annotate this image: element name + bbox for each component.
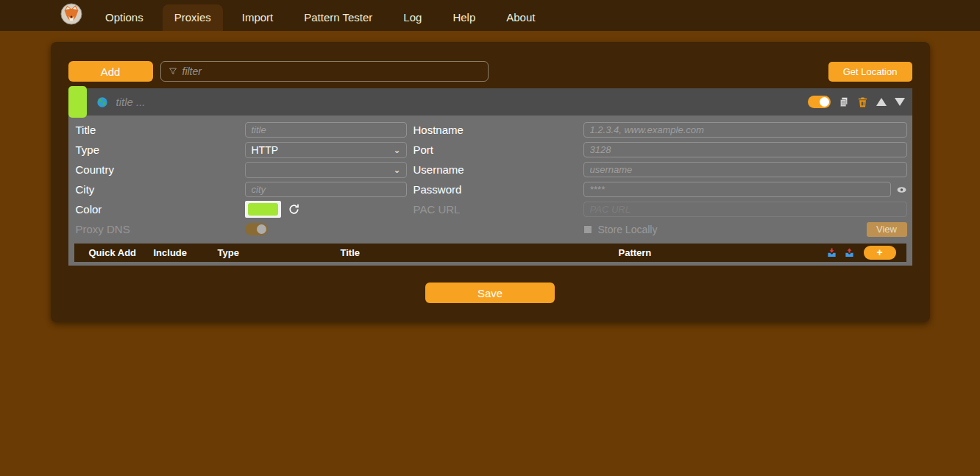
move-down-icon[interactable]: [895, 98, 905, 106]
proxy-dns-label: Proxy DNS: [68, 223, 245, 235]
city-label: City: [68, 183, 245, 196]
foxyproxy-logo-icon: [60, 3, 82, 25]
type-select[interactable]: HTTP: [245, 142, 407, 158]
globe-icon: [96, 96, 108, 108]
title-label: Title: [68, 124, 245, 136]
title-header: Title: [341, 247, 619, 258]
username-label: Username: [413, 163, 583, 176]
form-left-column: Title Type HTTP ⌄ Country: [68, 120, 413, 239]
store-locally-checkbox[interactable]: [583, 225, 592, 234]
quick-add-bar: Quick Add Include Type Title Pattern: [74, 244, 906, 262]
proxy-title-placeholder[interactable]: title ...: [116, 96, 146, 108]
port-label: Port: [413, 143, 583, 156]
tab-about[interactable]: About: [494, 4, 547, 31]
show-password-icon[interactable]: [897, 186, 906, 193]
proxy-color-strip: [68, 86, 87, 118]
password-input[interactable]: [583, 182, 891, 197]
country-select[interactable]: [245, 162, 407, 178]
move-up-icon[interactable]: [876, 98, 887, 106]
tab-proxies[interactable]: Proxies: [163, 4, 223, 31]
import-patterns-icon[interactable]: [827, 248, 837, 257]
filter-field[interactable]: [160, 61, 489, 82]
add-button[interactable]: Add: [68, 61, 153, 82]
title-input[interactable]: [245, 122, 407, 138]
filter-input[interactable]: [182, 65, 480, 77]
color-picker[interactable]: [245, 201, 281, 218]
tab-import[interactable]: Import: [230, 4, 285, 31]
pac-url-input: [583, 202, 907, 217]
random-color-icon[interactable]: [288, 203, 300, 216]
port-input[interactable]: [583, 142, 907, 157]
pattern-header: Pattern: [619, 247, 819, 258]
toolbar: Add Get Location: [68, 61, 912, 82]
proxy-dns-toggle[interactable]: [245, 223, 268, 235]
duplicate-icon[interactable]: [839, 96, 849, 108]
proxy-header-actions: [808, 96, 905, 108]
tab-pattern-tester[interactable]: Pattern Tester: [292, 4, 384, 31]
hostname-input[interactable]: [583, 122, 907, 138]
proxy-card-header: title ...: [68, 88, 912, 116]
country-label: Country: [68, 163, 245, 176]
tab-log[interactable]: Log: [391, 4, 433, 31]
proxy-enabled-toggle[interactable]: [808, 96, 831, 108]
save-button[interactable]: Save: [425, 283, 555, 303]
type-header: Type: [218, 247, 341, 258]
get-location-button[interactable]: Get Location: [828, 62, 912, 82]
type-label: Type: [68, 143, 245, 156]
city-input[interactable]: [245, 182, 407, 197]
hostname-label: Hostname: [413, 124, 583, 136]
pac-url-label: PAC URL: [413, 203, 583, 216]
proxy-form: Title Type HTTP ⌄ Country: [68, 116, 912, 266]
add-pattern-button[interactable]: +: [864, 246, 896, 260]
proxy-card: title ...: [68, 88, 912, 266]
quick-add-header: Quick Add: [89, 247, 154, 258]
save-row: Save: [68, 283, 912, 303]
export-patterns-icon[interactable]: [845, 248, 854, 257]
include-header: Include: [154, 247, 218, 258]
filter-funnel-icon: [168, 67, 177, 76]
color-label: Color: [68, 203, 245, 216]
view-pac-button: View: [867, 222, 907, 237]
delete-icon[interactable]: [857, 96, 868, 108]
tab-options[interactable]: Options: [93, 4, 155, 31]
top-nav: Options Proxies Import Pattern Tester Lo…: [0, 0, 980, 31]
tab-help[interactable]: Help: [441, 4, 487, 31]
form-right-column: Hostname Port Username Password: [413, 120, 912, 239]
username-input[interactable]: [583, 162, 907, 177]
color-swatch: [248, 203, 278, 216]
password-label: Password: [413, 183, 583, 196]
store-locally-label: Store Locally: [598, 224, 658, 235]
proxies-panel: Add Get Location title ...: [51, 42, 930, 322]
